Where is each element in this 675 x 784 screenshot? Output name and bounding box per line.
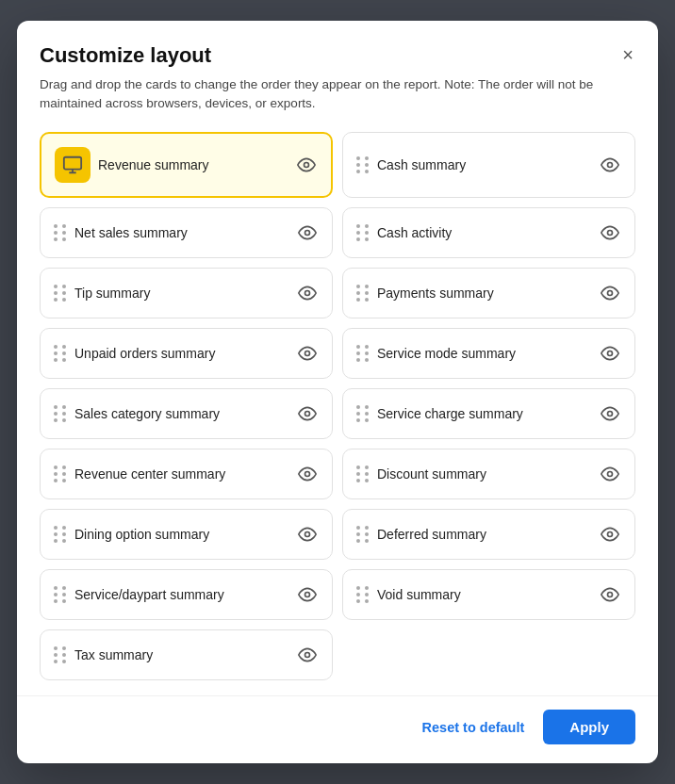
card-label: Deferred summary xyxy=(377,527,591,542)
visibility-toggle-button[interactable] xyxy=(599,583,621,606)
svg-point-13 xyxy=(305,532,310,537)
visibility-toggle-button[interactable] xyxy=(296,282,319,304)
card-label: Tax summary xyxy=(74,647,288,662)
cards-grid: Revenue summary Cash summary Net sales s… xyxy=(40,132,635,680)
drag-handle-icon xyxy=(356,224,370,241)
layout-card-unpaid-orders-summary[interactable]: Unpaid orders summary xyxy=(40,328,333,379)
layout-card-service-mode-summary[interactable]: Service mode summary xyxy=(342,328,635,379)
modal-subtitle: Drag and drop the cards to change the or… xyxy=(17,68,658,129)
drag-handle-icon xyxy=(54,526,67,543)
layout-card-dining-option-summary[interactable]: Dining option summary xyxy=(40,509,333,560)
drag-handle-icon xyxy=(356,466,370,482)
svg-point-16 xyxy=(608,593,613,597)
modal-footer: Reset to default Apply xyxy=(17,695,658,763)
modal-body: Revenue summary Cash summary Net sales s… xyxy=(17,128,658,695)
visibility-toggle-button[interactable] xyxy=(599,402,621,425)
card-label: Tip summary xyxy=(74,286,288,301)
svg-point-12 xyxy=(608,472,613,477)
reset-to-default-button[interactable]: Reset to default xyxy=(419,712,529,743)
svg-point-15 xyxy=(305,593,310,597)
drag-handle-icon xyxy=(54,466,67,482)
svg-point-5 xyxy=(305,291,310,296)
layout-card-cash-summary[interactable]: Cash summary xyxy=(342,132,635,198)
visibility-toggle-button[interactable] xyxy=(599,463,621,485)
layout-card-sales-category-summary[interactable]: Sales category summary xyxy=(40,388,333,439)
layout-card-tax-summary[interactable]: Tax summary xyxy=(40,629,333,680)
layout-card-service-charge-summary[interactable]: Service charge summary xyxy=(342,388,635,439)
visibility-toggle-button[interactable] xyxy=(296,644,319,666)
svg-point-14 xyxy=(608,532,613,537)
layout-card-revenue-center-summary[interactable]: Revenue center summary xyxy=(40,449,333,499)
card-label: Service/daypart summary xyxy=(74,587,288,602)
card-icon xyxy=(55,147,91,183)
modal-overlay: Customize layout × Drag and drop the car… xyxy=(0,0,675,784)
svg-point-3 xyxy=(305,231,310,236)
drag-handle-icon xyxy=(54,586,67,603)
card-label: Service charge summary xyxy=(377,406,591,421)
layout-card-tip-summary[interactable]: Tip summary xyxy=(40,268,333,318)
drag-handle-icon xyxy=(356,285,370,302)
visibility-toggle-button[interactable] xyxy=(296,523,319,546)
customize-layout-modal: Customize layout × Drag and drop the car… xyxy=(17,21,658,764)
drag-handle-icon xyxy=(356,586,370,603)
modal-header: Customize layout × xyxy=(17,21,658,68)
drag-handle-icon xyxy=(54,646,67,663)
layout-card-void-summary[interactable]: Void summary xyxy=(342,569,635,620)
card-label: Revenue center summary xyxy=(74,466,288,482)
modal-title: Customize layout xyxy=(40,43,211,68)
svg-point-10 xyxy=(608,412,613,416)
card-label: Payments summary xyxy=(377,286,591,301)
svg-point-6 xyxy=(608,291,613,296)
card-label: Sales category summary xyxy=(74,406,288,421)
card-label: Void summary xyxy=(377,587,591,602)
drag-handle-icon xyxy=(54,285,67,302)
visibility-toggle-button[interactable] xyxy=(295,154,318,176)
visibility-toggle-button[interactable] xyxy=(296,463,319,485)
svg-rect-0 xyxy=(64,157,81,170)
visibility-toggle-button[interactable] xyxy=(296,583,319,606)
layout-card-service-daypart-summary[interactable]: Service/daypart summary xyxy=(40,569,333,620)
card-label: Discount summary xyxy=(377,466,591,482)
drag-handle-icon xyxy=(54,405,67,422)
drag-handle-icon xyxy=(356,405,370,422)
layout-card-deferred-summary[interactable]: Deferred summary xyxy=(342,509,635,560)
svg-point-8 xyxy=(608,351,613,356)
drag-handle-icon xyxy=(356,156,370,173)
visibility-toggle-button[interactable] xyxy=(599,221,621,244)
svg-point-1 xyxy=(305,163,309,168)
svg-point-4 xyxy=(608,231,613,236)
layout-card-payments-summary[interactable]: Payments summary xyxy=(342,268,635,318)
drag-handle-icon xyxy=(54,345,67,362)
card-label: Unpaid orders summary xyxy=(74,346,288,361)
layout-card-discount-summary[interactable]: Discount summary xyxy=(342,449,635,499)
drag-handle-icon xyxy=(54,224,67,241)
visibility-toggle-button[interactable] xyxy=(296,342,319,365)
layout-card-revenue-summary[interactable]: Revenue summary xyxy=(40,132,333,198)
svg-point-17 xyxy=(305,653,310,658)
visibility-toggle-button[interactable] xyxy=(296,402,319,425)
card-label: Cash summary xyxy=(377,157,591,172)
card-label: Service mode summary xyxy=(377,346,591,361)
drag-handle-icon xyxy=(356,526,370,543)
apply-button[interactable]: Apply xyxy=(543,710,635,744)
svg-point-9 xyxy=(305,412,310,416)
svg-point-11 xyxy=(305,472,310,477)
card-label: Revenue summary xyxy=(98,157,288,172)
visibility-toggle-button[interactable] xyxy=(599,342,621,365)
visibility-toggle-button[interactable] xyxy=(599,523,621,546)
visibility-toggle-button[interactable] xyxy=(296,221,319,244)
svg-point-2 xyxy=(608,163,613,168)
card-label: Cash activity xyxy=(377,225,591,240)
visibility-toggle-button[interactable] xyxy=(599,154,621,176)
svg-point-7 xyxy=(305,351,310,356)
card-label: Net sales summary xyxy=(74,225,288,240)
close-button[interactable]: × xyxy=(620,43,635,66)
drag-handle-icon xyxy=(356,345,370,362)
card-label: Dining option summary xyxy=(74,527,288,542)
layout-card-net-sales-summary[interactable]: Net sales summary xyxy=(40,207,333,258)
visibility-toggle-button[interactable] xyxy=(599,282,621,304)
layout-card-cash-activity[interactable]: Cash activity xyxy=(342,207,635,258)
